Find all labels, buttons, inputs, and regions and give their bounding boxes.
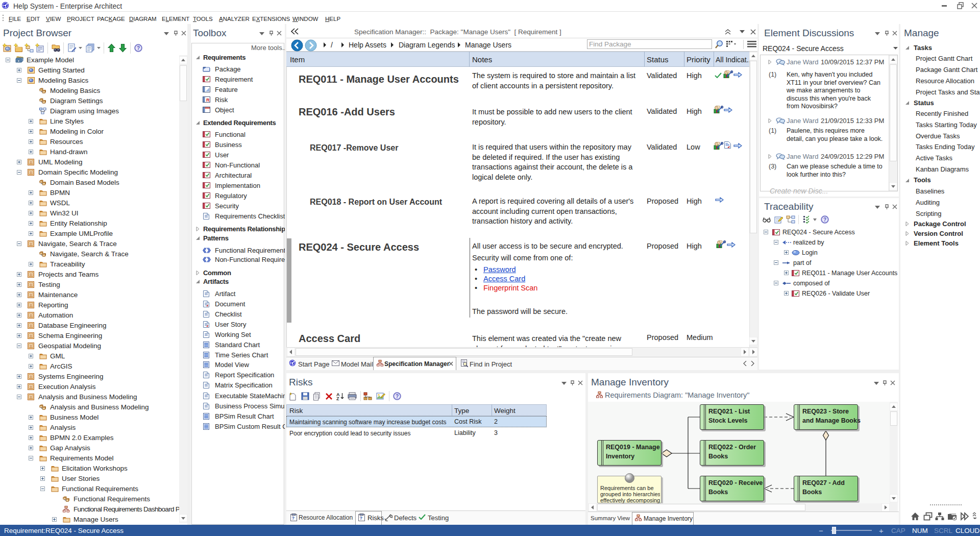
svg-text:?: ? (396, 394, 399, 399)
svg-text:Z: Z (336, 396, 339, 401)
svg-text:?: ? (823, 217, 826, 223)
svg-text:?: ? (137, 45, 140, 51)
svg-text:R: R (206, 98, 210, 103)
svg-text:?: ? (292, 516, 295, 521)
svg-text:?: ? (360, 516, 363, 521)
